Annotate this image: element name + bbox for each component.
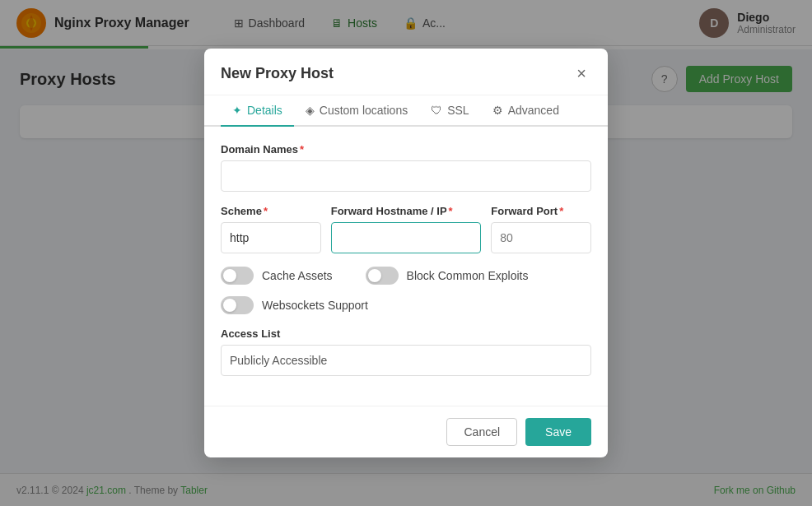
cancel-button[interactable]: Cancel: [446, 418, 517, 446]
connection-row: Scheme* http https Forward Hostname / IP…: [221, 205, 591, 253]
modal-close-button[interactable]: ×: [572, 63, 591, 83]
cache-assets-toggle[interactable]: [221, 267, 254, 285]
block-exploits-toggle[interactable]: [366, 267, 399, 285]
block-exploits-label: Block Common Exploits: [407, 269, 529, 282]
tab-custom-locations[interactable]: ◈ Custom locations: [294, 95, 419, 127]
details-tab-icon: ✦: [232, 104, 242, 117]
tab-advanced[interactable]: ⚙ Advanced: [481, 95, 571, 127]
toggles-row-1: Cache Assets Block Common Exploits: [221, 267, 591, 285]
block-exploits-toggle-item: Block Common Exploits: [366, 267, 529, 285]
scheme-label: Scheme*: [221, 205, 321, 217]
domain-required: *: [300, 143, 304, 156]
domain-names-group: Domain Names*: [221, 143, 591, 192]
access-list-label: Access List: [221, 327, 591, 340]
cache-assets-toggle-item: Cache Assets: [221, 267, 333, 285]
forward-port-group: Forward Port*: [491, 205, 591, 253]
tab-details[interactable]: ✦ Details: [221, 95, 294, 127]
scheme-select[interactable]: http https: [221, 222, 321, 253]
forward-port-input[interactable]: [491, 222, 591, 253]
access-list-group: Access List Publicly Accessible: [221, 327, 591, 376]
modal-tabs: ✦ Details ◈ Custom locations 🛡 SSL ⚙ Adv…: [204, 95, 608, 127]
save-button[interactable]: Save: [525, 418, 591, 446]
domain-names-input[interactable]: [221, 160, 591, 192]
tab-ssl[interactable]: 🛡 SSL: [419, 95, 480, 127]
modal-footer: Cancel Save: [204, 406, 608, 457]
tab-custom-locations-label: Custom locations: [320, 104, 408, 117]
locations-tab-icon: ◈: [306, 104, 315, 117]
forward-hostname-label: Forward Hostname / IP*: [331, 205, 482, 217]
access-list-select[interactable]: Publicly Accessible: [221, 345, 591, 376]
tab-ssl-label: SSL: [447, 104, 469, 117]
websockets-toggle[interactable]: [221, 296, 254, 314]
forward-hostname-group: Forward Hostname / IP*: [331, 205, 482, 253]
modal-title: New Proxy Host: [221, 65, 334, 82]
scheme-group: Scheme* http https: [221, 205, 321, 253]
forward-port-label: Forward Port*: [491, 205, 591, 217]
websockets-toggle-item: Websockets Support: [221, 296, 368, 314]
tab-advanced-label: Advanced: [508, 104, 559, 117]
new-proxy-host-modal: New Proxy Host × ✦ Details ◈ Custom loca…: [204, 49, 608, 457]
websockets-slider: [221, 296, 254, 314]
toggles-row-2: Websockets Support: [221, 296, 591, 314]
modal-body: Domain Names* Scheme* http https: [204, 127, 608, 406]
forward-hostname-input[interactable]: [331, 222, 482, 253]
modal-header: New Proxy Host ×: [204, 49, 608, 95]
cache-assets-label: Cache Assets: [262, 269, 333, 282]
tab-details-label: Details: [247, 104, 282, 117]
modal-overlay: New Proxy Host × ✦ Details ◈ Custom loca…: [0, 0, 812, 506]
domain-names-label: Domain Names*: [221, 143, 591, 156]
cache-assets-slider: [221, 267, 254, 285]
advanced-tab-icon: ⚙: [492, 104, 503, 117]
block-exploits-slider: [366, 267, 399, 285]
ssl-tab-icon: 🛡: [431, 104, 442, 117]
websockets-label: Websockets Support: [262, 299, 368, 312]
